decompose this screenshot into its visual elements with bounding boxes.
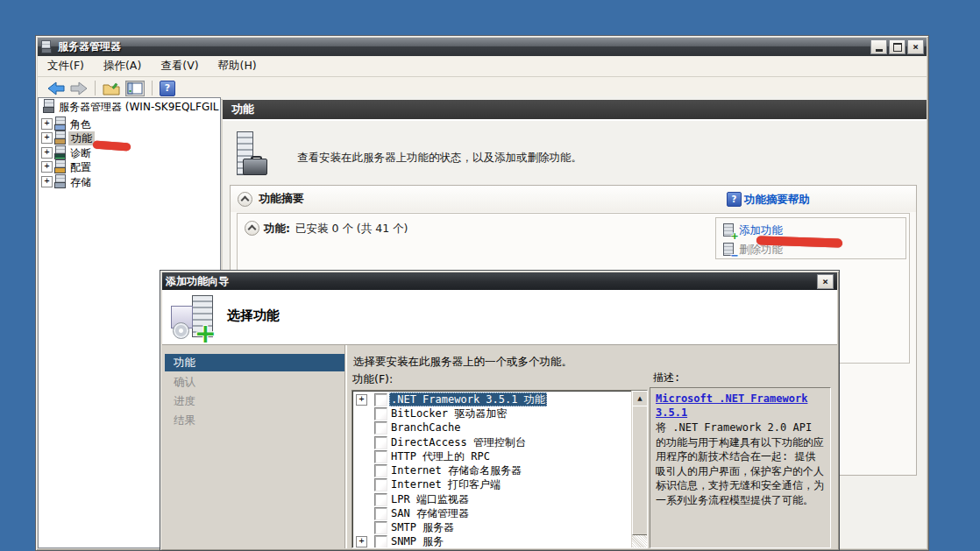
feature-row[interactable]: Internet 存储命名服务器 [352,463,631,477]
expand-plus-icon[interactable]: + [356,394,367,406]
feature-row[interactable]: SAN 存储管理器 [352,506,631,520]
summary-title: 功能摘要 [259,191,304,207]
feature-label-selected[interactable]: .NET Framework 3.5.1 功能 [389,392,547,406]
feature-row[interactable]: + .NET Framework 3.5.1 功能 [352,392,631,406]
add-features-wizard-dialog: 添加功能向导 × + 选择功能 功能 确认 进度 结果 选择要安装在此服务器上的… [160,270,840,551]
open-folder-button[interactable] [103,81,120,95]
list-scrollbar[interactable]: ▲ [631,391,647,547]
back-arrow-icon [47,81,65,95]
feature-row[interactable]: Internet 打印客户端 [352,477,631,491]
menu-item-action[interactable]: 操作(A) [94,56,151,76]
features-listbox[interactable]: + .NET Framework 3.5.1 功能 BitLocker 驱动器加… [352,390,648,548]
tree-root-server-manager[interactable]: 服务器管理器 (WIN-SK9EQLFGIL [39,99,220,114]
console-panes-icon [127,82,143,95]
expand-plus-icon[interactable]: + [41,147,53,159]
scrollbar-thumb[interactable] [632,406,648,535]
roles-icon [53,117,67,131]
expand-plus-icon[interactable]: + [41,132,53,144]
feature-label[interactable]: HTTP 代理上的 RPC [391,449,490,463]
description-framework-link[interactable]: Microsoft .NET Framework 3.5.1 [656,392,825,420]
nav-divider [344,345,347,548]
tree-item-label: 存储 [70,175,91,189]
feature-label[interactable]: SNMP 服务 [391,534,444,548]
feature-row[interactable]: HTTP 代理上的 RPC [352,449,631,463]
tree-root-label: 服务器管理器 (WIN-SK9EQLFGIL [59,100,218,114]
checkbox[interactable] [374,393,387,406]
collapse-chevron-icon[interactable] [245,221,259,236]
dialog-title: 添加功能向导 [166,274,229,289]
scroll-up-button[interactable]: ▲ [632,391,648,406]
close-icon: × [822,277,828,286]
diagnostics-icon [53,145,67,159]
menu-item-help[interactable]: 帮助(H) [209,56,266,76]
collapse-chevron-icon[interactable] [238,192,252,207]
help-button[interactable]: ? [160,81,175,96]
tree-item-configuration[interactable]: + 配置 [39,159,220,174]
expand-plus-icon[interactable]: + [41,161,53,173]
feature-label[interactable]: Internet 打印客户端 [391,477,501,491]
wizard-nav-results[interactable]: 结果 [165,412,347,429]
window-title: 服务器管理器 [58,39,121,54]
feature-row[interactable]: SMTP 服务器 [352,520,631,534]
toolbar-separator [95,81,96,95]
back-button[interactable] [47,81,65,95]
feature-row[interactable]: LPR 端口监视器 [352,492,631,506]
maximize-icon [893,43,902,52]
tree-item-label-selected: 功能 [68,131,95,145]
dialog-header: + 选择功能 [162,290,837,345]
feature-label[interactable]: Internet 存储命名服务器 [391,463,522,477]
feature-label[interactable]: SMTP 服务器 [391,520,454,534]
panel-intro-text: 查看安装在此服务器上功能的状态，以及添加或删除功能。 [297,151,582,166]
window-titlebar[interactable]: 服务器管理器 × [38,38,927,56]
expand-plus-icon[interactable]: + [41,176,53,187]
tree-item-label: 配置 [70,160,91,174]
tree-item-roles[interactable]: + 角色 [39,117,220,131]
dialog-heading: 选择功能 [227,307,280,324]
minimize-icon [876,49,883,52]
features-toolbox-icon [235,131,268,177]
summary-help-icon: ? [727,192,742,207]
show-console-tree-button[interactable] [125,81,145,96]
checkbox[interactable] [374,521,387,534]
checkbox[interactable] [374,478,387,491]
close-icon: × [913,42,919,52]
tree-item-storage[interactable]: + 存储 [39,174,220,189]
dialog-titlebar[interactable]: 添加功能向导 × [162,272,837,290]
checkbox[interactable] [374,421,387,434]
expand-plus-icon[interactable]: + [356,536,367,547]
feature-label[interactable]: SAN 存储管理器 [391,506,469,520]
configuration-icon [53,159,67,173]
feature-row[interactable]: + SNMP 服务 [352,534,631,548]
feature-row[interactable]: BranchCache [352,420,631,434]
minimize-button[interactable] [870,39,887,54]
close-button[interactable]: × [907,39,924,54]
features-summary-header: 功能摘要 [231,186,916,212]
checkbox[interactable] [374,436,387,449]
remove-features-icon: − [721,243,735,257]
checkbox[interactable] [374,407,387,420]
wizard-nav-progress[interactable]: 进度 [165,392,347,410]
dialog-close-button[interactable]: × [817,274,834,289]
feature-label[interactable]: DirectAccess 管理控制台 [391,435,526,449]
forward-arrow-icon [70,81,88,95]
feature-row[interactable]: BitLocker 驱动器加密 [352,406,631,420]
wizard-nav-features[interactable]: 功能 [165,354,347,371]
menu-item-view[interactable]: 查看(V) [151,56,208,76]
feature-label[interactable]: BranchCache [391,420,460,434]
checkbox[interactable] [374,450,387,463]
checkbox[interactable] [374,535,387,548]
checkbox[interactable] [374,464,387,477]
feature-row[interactable]: DirectAccess 管理控制台 [352,435,631,449]
help-icon: ? [160,81,175,96]
expand-plus-icon[interactable]: + [41,118,53,130]
checkbox[interactable] [374,507,387,520]
wizard-nav-confirmation[interactable]: 确认 [165,373,347,391]
checkbox[interactable] [374,493,387,506]
menu-item-file[interactable]: 文件(F) [38,56,94,76]
feature-label[interactable]: LPR 端口监视器 [391,492,469,506]
tree-item-label: 诊断 [70,146,91,160]
feature-label[interactable]: BitLocker 驱动器加密 [391,406,507,420]
forward-button[interactable] [70,81,88,95]
maximize-button[interactable] [889,39,905,54]
features-summary-help-link[interactable]: 功能摘要帮助 [744,193,810,208]
